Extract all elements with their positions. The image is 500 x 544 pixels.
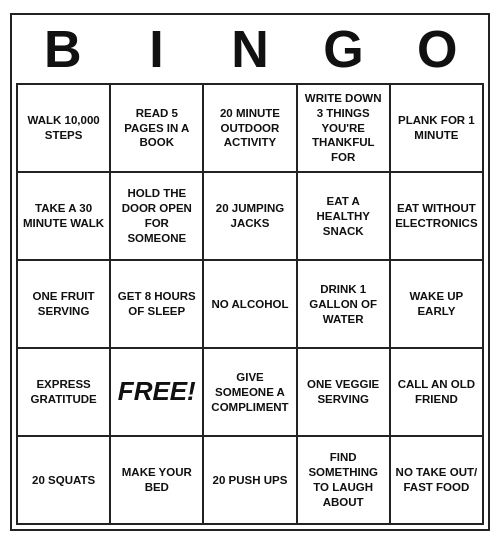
header-letter-b: B <box>19 23 107 75</box>
bingo-cell-17: GIVE SOMEONE A COMPLIMENT <box>204 349 297 437</box>
bingo-card: BINGO WALK 10,000 STEPSREAD 5 PAGES IN A… <box>10 13 490 532</box>
bingo-grid: WALK 10,000 STEPSREAD 5 PAGES IN A BOOK2… <box>16 83 484 526</box>
bingo-cell-11: GET 8 HOURS OF SLEEP <box>111 261 204 349</box>
bingo-cell-5: TAKE A 30 MINUTE WALK <box>18 173 111 261</box>
bingo-cell-4: PLANK FOR 1 MINUTE <box>391 85 484 174</box>
header-letter-g: G <box>300 23 388 75</box>
bingo-cell-19: CALL AN OLD FRIEND <box>391 349 484 437</box>
bingo-cell-21: MAKE YOUR BED <box>111 437 204 525</box>
bingo-cell-18: ONE VEGGIE SERVING <box>298 349 391 437</box>
bingo-cell-14: WAKE UP EARLY <box>391 261 484 349</box>
bingo-cell-2: 20 MINUTE OUTDOOR ACTIVITY <box>204 85 297 174</box>
bingo-cell-9: EAT WITHOUT ELECTRONICS <box>391 173 484 261</box>
header-letter-o: O <box>393 23 481 75</box>
bingo-cell-3: WRITE DOWN 3 THINGS YOU'RE THANKFUL FOR <box>298 85 391 174</box>
bingo-cell-1: READ 5 PAGES IN A BOOK <box>111 85 204 174</box>
bingo-cell-7: 20 JUMPING JACKS <box>204 173 297 261</box>
bingo-cell-13: DRINK 1 GALLON OF WATER <box>298 261 391 349</box>
header-letter-n: N <box>206 23 294 75</box>
bingo-cell-15: EXPRESS GRATITUDE <box>18 349 111 437</box>
bingo-cell-0: WALK 10,000 STEPS <box>18 85 111 174</box>
bingo-header: BINGO <box>16 19 484 83</box>
bingo-cell-20: 20 SQUATS <box>18 437 111 525</box>
header-letter-i: I <box>112 23 200 75</box>
bingo-cell-6: HOLD THE DOOR OPEN FOR SOMEONE <box>111 173 204 261</box>
bingo-cell-12: NO ALCOHOL <box>204 261 297 349</box>
bingo-cell-10: ONE FRUIT SERVING <box>18 261 111 349</box>
bingo-cell-22: 20 PUSH UPS <box>204 437 297 525</box>
bingo-cell-8: EAT A HEALTHY SNACK <box>298 173 391 261</box>
bingo-cell-24: NO TAKE OUT/ FAST FOOD <box>391 437 484 525</box>
bingo-cell-16: Free! <box>111 349 204 437</box>
bingo-cell-23: FIND SOMETHING TO LAUGH ABOUT <box>298 437 391 525</box>
